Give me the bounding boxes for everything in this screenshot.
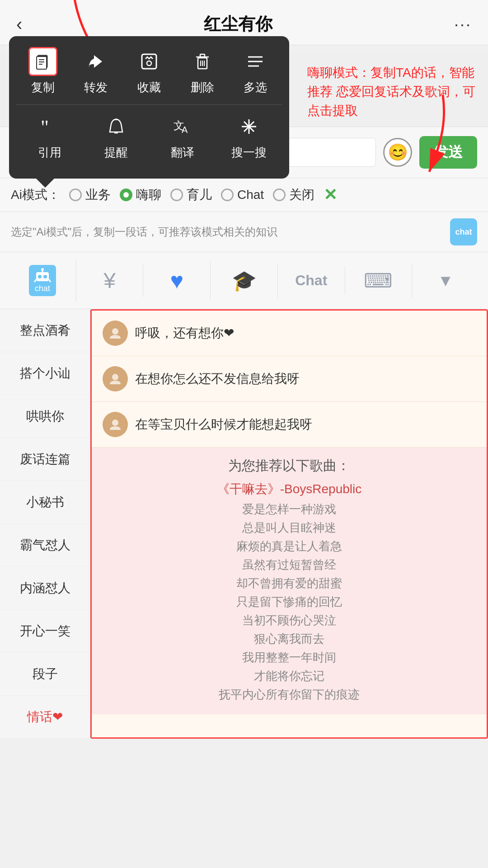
context-menu-row2: " 引用 提醒 文 A 翻译 <box>16 112 282 160</box>
copy-icon <box>28 47 57 76</box>
close-button[interactable]: ✕ <box>324 185 337 204</box>
more-button[interactable]: ··· <box>454 15 472 34</box>
context-quote[interactable]: " 引用 <box>27 112 72 160</box>
lyric-1[interactable]: 爱是怎样一种游戏 <box>101 501 478 517</box>
lyric-9[interactable]: 我用整整一年时间 <box>101 650 478 665</box>
sidebar-item-3[interactable]: 哄哄你 <box>0 395 90 438</box>
suggestion-item-1[interactable]: 呼吸，还有想你❤ <box>92 311 487 356</box>
context-menu-row1: 复制 转发 收藏 <box>16 47 282 95</box>
lyric-11[interactable]: 抚平内心所有你留下的痕迹 <box>101 687 478 703</box>
tab-robot[interactable]: chat <box>9 259 76 302</box>
sidebar-item-2[interactable]: 搭个小讪 <box>0 352 90 395</box>
mode-off-label: 关闭 <box>289 186 314 203</box>
hint-text: 选定"Ai模式"后，复制一段话，可推荐该模式相关的知识 <box>11 225 277 239</box>
translate-label: 翻译 <box>171 145 194 160</box>
song-name[interactable]: 《干嘛去》-BoysRepublic <box>101 481 478 498</box>
robot-icon: chat <box>29 265 56 296</box>
money-icon: ¥ <box>103 270 116 292</box>
context-remind[interactable]: 提醒 <box>94 112 139 160</box>
svg-line-35 <box>34 279 36 282</box>
sidebar-item-10[interactable]: 情话❤ <box>0 696 90 739</box>
context-multiselect[interactable]: 多选 <box>233 47 278 95</box>
radio-haichat <box>120 189 132 201</box>
mode-childcare[interactable]: 育儿 <box>170 186 212 203</box>
svg-point-6 <box>147 61 151 66</box>
chat-badge[interactable]: chat <box>450 218 477 245</box>
forward-label: 转发 <box>84 80 108 95</box>
suggestion-text-3: 在等宝贝什么时候才能想起我呀 <box>135 416 476 433</box>
annotation-text: 嗨聊模式：复制TA的话，智能推荐 恋爱回复话术及歌词，可点击提取 <box>307 63 479 120</box>
delete-icon <box>188 47 217 76</box>
main-content: 整点酒肴 搭个小讪 哄哄你 废话连篇 小秘书 霸气怼人 内涵怼人 开心一笑 段子… <box>0 309 488 739</box>
tab-heart[interactable]: ♥ <box>143 262 211 299</box>
tab-money[interactable]: ¥ <box>76 264 144 297</box>
mode-business[interactable]: 业务 <box>69 186 111 203</box>
multiselect-label: 多选 <box>244 80 267 95</box>
tab-chat-text[interactable]: Chat <box>278 267 345 294</box>
radio-business <box>69 189 82 201</box>
dropdown-icon: ▼ <box>437 271 454 290</box>
lyric-3[interactable]: 麻烦的真是让人着急 <box>101 538 478 554</box>
tab-keyboard[interactable]: ⌨ <box>345 264 413 297</box>
mode-haichat[interactable]: 嗨聊 <box>120 186 161 203</box>
menu-pointer <box>36 179 54 188</box>
tab-bar: chat ¥ ♥ 🎓 Chat ⌨ ▼ <box>0 252 488 309</box>
lyric-5[interactable]: 却不曾拥有爱的甜蜜 <box>101 576 478 591</box>
sidebar-item-9[interactable]: 段子 <box>0 653 90 696</box>
mode-off[interactable]: 关闭 <box>273 186 314 203</box>
sidebar: 整点酒肴 搭个小讪 哄哄你 废话连篇 小秘书 霸气怼人 内涵怼人 开心一笑 段子… <box>0 309 90 739</box>
lyric-4[interactable]: 虽然有过短暂曾经 <box>101 557 478 573</box>
svg-line-36 <box>49 279 51 282</box>
lyric-2[interactable]: 总是叫人目眩神迷 <box>101 520 478 536</box>
context-search[interactable]: 搜一搜 <box>226 112 272 160</box>
emoji-button[interactable]: 😊 <box>383 138 412 167</box>
svg-point-31 <box>38 275 42 278</box>
suggestion-avatar-1 <box>103 321 128 346</box>
svg-rect-1 <box>37 57 47 69</box>
context-forward[interactable]: 转发 <box>73 47 118 95</box>
sidebar-item-8[interactable]: 开心一笑 <box>0 610 90 653</box>
chat-badge-text: chat <box>455 227 472 237</box>
suggestion-avatar-3 <box>103 412 128 437</box>
robot-chat-label: chat <box>35 284 50 293</box>
suggestion-avatar-2 <box>103 366 128 392</box>
context-delete[interactable]: 删除 <box>180 47 225 95</box>
keyboard-icon: ⌨ <box>364 269 393 292</box>
hint-bar: 选定"Ai模式"后，复制一段话，可推荐该模式相关的知识 chat <box>0 212 488 252</box>
tab-cap[interactable]: 🎓 <box>211 264 278 298</box>
collect-icon <box>135 47 164 76</box>
sidebar-item-5[interactable]: 小秘书 <box>0 481 90 524</box>
ai-mode-bar: Ai模式： 业务 嗨聊 育儿 Chat 关闭 ✕ <box>0 178 488 212</box>
mode-chat[interactable]: Chat <box>221 188 264 202</box>
copy-label: 复制 <box>31 80 55 95</box>
svg-text:A: A <box>182 125 188 135</box>
mode-business-label: 业务 <box>85 186 111 203</box>
sidebar-item-1[interactable]: 整点酒肴 <box>0 309 90 352</box>
suggestion-item-3[interactable]: 在等宝贝什么时候才能想起我呀 <box>92 402 487 448</box>
page-title: 红尘有你 <box>204 13 272 36</box>
radio-chat <box>221 189 234 201</box>
lyric-6[interactable]: 只是留下惨痛的回忆 <box>101 594 478 610</box>
sidebar-item-4[interactable]: 废话连篇 <box>0 438 90 481</box>
sidebar-item-7[interactable]: 内涵怼人 <box>0 567 90 610</box>
content-panel: 呼吸，还有想你❤ 在想你怎么还不发信息给我呀 在等宝贝什么时候才能想起我呀 <box>90 309 488 739</box>
svg-rect-9 <box>200 54 205 57</box>
mode-childcare-label: 育儿 <box>187 186 212 203</box>
lyric-8[interactable]: 狠心离我而去 <box>101 631 478 647</box>
sidebar-item-6[interactable]: 霸气怼人 <box>0 524 90 567</box>
tab-dropdown[interactable]: ▼ <box>412 266 479 296</box>
context-copy[interactable]: 复制 <box>20 47 66 95</box>
svg-point-34 <box>41 268 44 271</box>
context-translate[interactable]: 文 A 翻译 <box>160 112 205 160</box>
collect-label: 收藏 <box>137 80 161 95</box>
suggestion-item-2[interactable]: 在想你怎么还不发信息给我呀 <box>92 356 487 402</box>
back-button[interactable]: ‹ <box>16 14 22 34</box>
send-button[interactable]: 发送 <box>419 136 477 169</box>
svg-text:": " <box>41 116 49 137</box>
lyric-10[interactable]: 才能将你忘记 <box>101 668 478 684</box>
lyric-7[interactable]: 当初不顾伤心哭泣 <box>101 613 478 628</box>
remind-icon <box>102 112 131 141</box>
cap-icon: 🎓 <box>232 269 257 292</box>
context-collect[interactable]: 收藏 <box>127 47 172 95</box>
song-header: 为您推荐以下歌曲： <box>101 457 478 475</box>
